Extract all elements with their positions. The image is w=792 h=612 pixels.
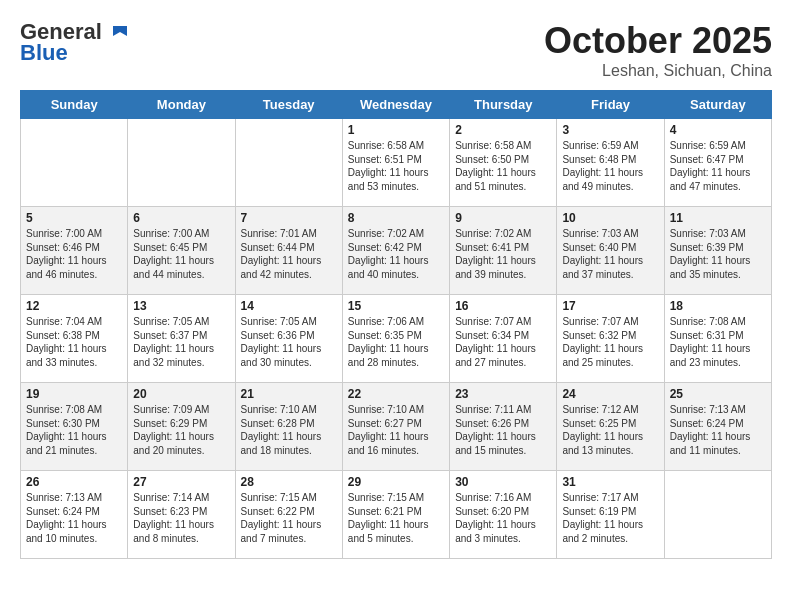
calendar-cell: 4Sunrise: 6:59 AM Sunset: 6:47 PM Daylig… (664, 119, 771, 207)
day-info: Sunrise: 7:15 AM Sunset: 6:21 PM Dayligh… (348, 491, 444, 545)
day-info: Sunrise: 7:08 AM Sunset: 6:31 PM Dayligh… (670, 315, 766, 369)
day-info: Sunrise: 7:11 AM Sunset: 6:26 PM Dayligh… (455, 403, 551, 457)
day-info: Sunrise: 7:01 AM Sunset: 6:44 PM Dayligh… (241, 227, 337, 281)
day-number: 12 (26, 299, 122, 313)
day-info: Sunrise: 7:00 AM Sunset: 6:46 PM Dayligh… (26, 227, 122, 281)
day-number: 26 (26, 475, 122, 489)
day-info: Sunrise: 7:02 AM Sunset: 6:42 PM Dayligh… (348, 227, 444, 281)
day-number: 17 (562, 299, 658, 313)
calendar-cell: 31Sunrise: 7:17 AM Sunset: 6:19 PM Dayli… (557, 471, 664, 559)
calendar-cell: 23Sunrise: 7:11 AM Sunset: 6:26 PM Dayli… (450, 383, 557, 471)
calendar-cell: 25Sunrise: 7:13 AM Sunset: 6:24 PM Dayli… (664, 383, 771, 471)
calendar-cell: 21Sunrise: 7:10 AM Sunset: 6:28 PM Dayli… (235, 383, 342, 471)
calendar-week-row: 26Sunrise: 7:13 AM Sunset: 6:24 PM Dayli… (21, 471, 772, 559)
calendar-cell: 14Sunrise: 7:05 AM Sunset: 6:36 PM Dayli… (235, 295, 342, 383)
calendar-week-row: 5Sunrise: 7:00 AM Sunset: 6:46 PM Daylig… (21, 207, 772, 295)
day-info: Sunrise: 7:10 AM Sunset: 6:28 PM Dayligh… (241, 403, 337, 457)
day-info: Sunrise: 7:10 AM Sunset: 6:27 PM Dayligh… (348, 403, 444, 457)
logo: General Blue (20, 20, 132, 66)
day-number: 14 (241, 299, 337, 313)
logo-blue-flag (102, 19, 132, 44)
calendar-cell: 28Sunrise: 7:15 AM Sunset: 6:22 PM Dayli… (235, 471, 342, 559)
title-block: October 2025 Leshan, Sichuan, China (544, 20, 772, 80)
day-info: Sunrise: 6:59 AM Sunset: 6:47 PM Dayligh… (670, 139, 766, 193)
day-number: 13 (133, 299, 229, 313)
day-info: Sunrise: 7:16 AM Sunset: 6:20 PM Dayligh… (455, 491, 551, 545)
day-number: 28 (241, 475, 337, 489)
day-info: Sunrise: 7:08 AM Sunset: 6:30 PM Dayligh… (26, 403, 122, 457)
weekday-header: Thursday (450, 91, 557, 119)
day-number: 10 (562, 211, 658, 225)
day-number: 3 (562, 123, 658, 137)
day-info: Sunrise: 6:58 AM Sunset: 6:50 PM Dayligh… (455, 139, 551, 193)
weekday-header: Friday (557, 91, 664, 119)
day-number: 2 (455, 123, 551, 137)
day-number: 18 (670, 299, 766, 313)
day-info: Sunrise: 7:15 AM Sunset: 6:22 PM Dayligh… (241, 491, 337, 545)
calendar-cell: 8Sunrise: 7:02 AM Sunset: 6:42 PM Daylig… (342, 207, 449, 295)
day-info: Sunrise: 7:00 AM Sunset: 6:45 PM Dayligh… (133, 227, 229, 281)
day-info: Sunrise: 7:14 AM Sunset: 6:23 PM Dayligh… (133, 491, 229, 545)
calendar-cell (128, 119, 235, 207)
day-info: Sunrise: 7:13 AM Sunset: 6:24 PM Dayligh… (26, 491, 122, 545)
calendar-cell: 9Sunrise: 7:02 AM Sunset: 6:41 PM Daylig… (450, 207, 557, 295)
day-number: 24 (562, 387, 658, 401)
calendar-cell: 22Sunrise: 7:10 AM Sunset: 6:27 PM Dayli… (342, 383, 449, 471)
day-number: 27 (133, 475, 229, 489)
day-number: 6 (133, 211, 229, 225)
weekday-header: Tuesday (235, 91, 342, 119)
calendar-cell: 6Sunrise: 7:00 AM Sunset: 6:45 PM Daylig… (128, 207, 235, 295)
calendar-week-row: 19Sunrise: 7:08 AM Sunset: 6:30 PM Dayli… (21, 383, 772, 471)
calendar-cell: 11Sunrise: 7:03 AM Sunset: 6:39 PM Dayli… (664, 207, 771, 295)
calendar-table: SundayMondayTuesdayWednesdayThursdayFrid… (20, 90, 772, 559)
day-number: 8 (348, 211, 444, 225)
calendar-cell: 27Sunrise: 7:14 AM Sunset: 6:23 PM Dayli… (128, 471, 235, 559)
calendar-cell: 15Sunrise: 7:06 AM Sunset: 6:35 PM Dayli… (342, 295, 449, 383)
calendar-cell: 29Sunrise: 7:15 AM Sunset: 6:21 PM Dayli… (342, 471, 449, 559)
weekday-header: Sunday (21, 91, 128, 119)
day-info: Sunrise: 7:05 AM Sunset: 6:37 PM Dayligh… (133, 315, 229, 369)
calendar-cell: 13Sunrise: 7:05 AM Sunset: 6:37 PM Dayli… (128, 295, 235, 383)
day-info: Sunrise: 7:02 AM Sunset: 6:41 PM Dayligh… (455, 227, 551, 281)
day-number: 15 (348, 299, 444, 313)
calendar-cell: 17Sunrise: 7:07 AM Sunset: 6:32 PM Dayli… (557, 295, 664, 383)
day-info: Sunrise: 7:04 AM Sunset: 6:38 PM Dayligh… (26, 315, 122, 369)
calendar-cell (235, 119, 342, 207)
calendar-cell (21, 119, 128, 207)
day-info: Sunrise: 7:05 AM Sunset: 6:36 PM Dayligh… (241, 315, 337, 369)
day-number: 20 (133, 387, 229, 401)
day-info: Sunrise: 7:07 AM Sunset: 6:32 PM Dayligh… (562, 315, 658, 369)
day-number: 29 (348, 475, 444, 489)
day-number: 23 (455, 387, 551, 401)
day-number: 5 (26, 211, 122, 225)
weekday-header: Saturday (664, 91, 771, 119)
calendar-cell: 3Sunrise: 6:59 AM Sunset: 6:48 PM Daylig… (557, 119, 664, 207)
day-info: Sunrise: 7:03 AM Sunset: 6:39 PM Dayligh… (670, 227, 766, 281)
calendar-cell: 5Sunrise: 7:00 AM Sunset: 6:46 PM Daylig… (21, 207, 128, 295)
calendar-week-row: 12Sunrise: 7:04 AM Sunset: 6:38 PM Dayli… (21, 295, 772, 383)
calendar-cell: 16Sunrise: 7:07 AM Sunset: 6:34 PM Dayli… (450, 295, 557, 383)
calendar-cell: 18Sunrise: 7:08 AM Sunset: 6:31 PM Dayli… (664, 295, 771, 383)
day-info: Sunrise: 7:07 AM Sunset: 6:34 PM Dayligh… (455, 315, 551, 369)
weekday-header: Wednesday (342, 91, 449, 119)
weekday-header-row: SundayMondayTuesdayWednesdayThursdayFrid… (21, 91, 772, 119)
svg-marker-0 (113, 26, 127, 36)
day-info: Sunrise: 6:59 AM Sunset: 6:48 PM Dayligh… (562, 139, 658, 193)
day-number: 21 (241, 387, 337, 401)
day-info: Sunrise: 7:12 AM Sunset: 6:25 PM Dayligh… (562, 403, 658, 457)
calendar-week-row: 1Sunrise: 6:58 AM Sunset: 6:51 PM Daylig… (21, 119, 772, 207)
day-number: 7 (241, 211, 337, 225)
day-number: 19 (26, 387, 122, 401)
day-number: 22 (348, 387, 444, 401)
weekday-header: Monday (128, 91, 235, 119)
day-info: Sunrise: 7:03 AM Sunset: 6:40 PM Dayligh… (562, 227, 658, 281)
calendar-cell: 24Sunrise: 7:12 AM Sunset: 6:25 PM Dayli… (557, 383, 664, 471)
day-number: 30 (455, 475, 551, 489)
day-number: 16 (455, 299, 551, 313)
day-number: 25 (670, 387, 766, 401)
day-number: 4 (670, 123, 766, 137)
day-number: 9 (455, 211, 551, 225)
day-info: Sunrise: 7:06 AM Sunset: 6:35 PM Dayligh… (348, 315, 444, 369)
calendar-cell: 20Sunrise: 7:09 AM Sunset: 6:29 PM Dayli… (128, 383, 235, 471)
calendar-cell (664, 471, 771, 559)
